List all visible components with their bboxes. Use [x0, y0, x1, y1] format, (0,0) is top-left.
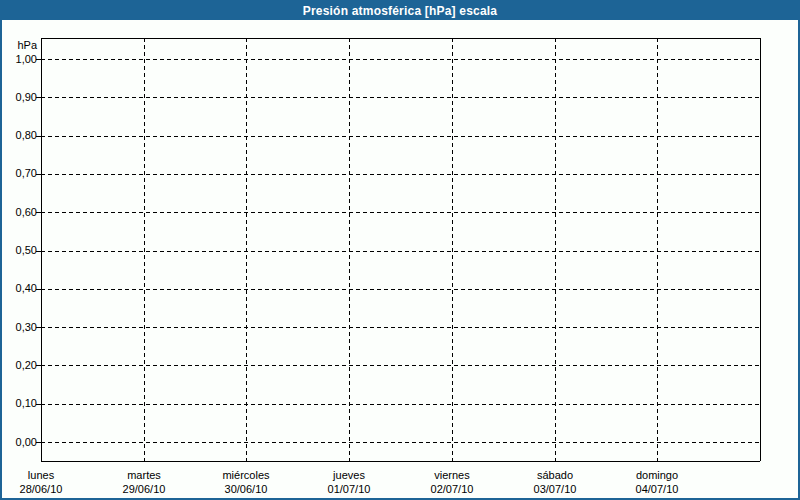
x-tick-date: 30/06/10 — [191, 482, 301, 496]
x-tick-date: 03/07/10 — [500, 482, 610, 496]
x-tick-day: jueves — [294, 468, 404, 482]
y-tick-label: 1,00 — [2, 53, 37, 66]
chart-window: Presión atmosférica [hPa] escala hPa1,00… — [0, 0, 800, 500]
x-tick-day: martes — [89, 468, 199, 482]
x-tick-day: lunes — [0, 468, 96, 482]
x-tick-label: lunes28/06/10 — [0, 468, 96, 496]
x-tick-label: jueves01/07/10 — [294, 468, 404, 496]
x-tick-date: 01/07/10 — [294, 482, 404, 496]
y-tick-label: 0,50 — [2, 244, 37, 257]
x-tick-label: domingo04/07/10 — [602, 468, 712, 496]
y-tick-label: 0,90 — [2, 91, 37, 104]
x-tick-label: sábado03/07/10 — [500, 468, 610, 496]
x-tick-label: martes29/06/10 — [89, 468, 199, 496]
x-tick-day: domingo — [602, 468, 712, 482]
x-tick-day: sábado — [500, 468, 610, 482]
x-tick-date: 02/07/10 — [397, 482, 507, 496]
x-tick-date: 04/07/10 — [602, 482, 712, 496]
plot-grid — [2, 2, 798, 498]
y-tick-label: 0,80 — [2, 129, 37, 142]
x-tick-day: viernes — [397, 468, 507, 482]
x-tick-day: miércoles — [191, 468, 301, 482]
y-tick-label: 0,10 — [2, 397, 37, 410]
x-tick-date: 29/06/10 — [89, 482, 199, 496]
y-tick-label: 0,00 — [2, 436, 37, 449]
y-tick-label: 0,20 — [2, 359, 37, 372]
y-tick-label: 0,60 — [2, 206, 37, 219]
y-axis-unit-label: hPa — [2, 39, 37, 52]
x-tick-label: viernes02/07/10 — [397, 468, 507, 496]
x-tick-date: 28/06/10 — [0, 482, 96, 496]
y-tick-label: 0,70 — [2, 167, 37, 180]
y-tick-label: 0,30 — [2, 321, 37, 334]
y-tick-label: 0,40 — [2, 282, 37, 295]
x-tick-label: miércoles30/06/10 — [191, 468, 301, 496]
